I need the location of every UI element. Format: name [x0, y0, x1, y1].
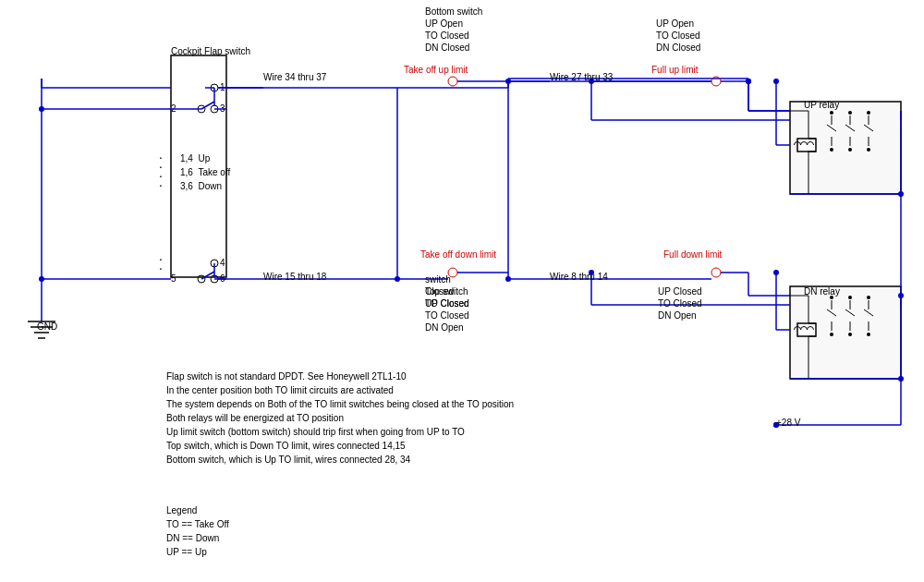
gnd-label: GND	[37, 321, 57, 332]
dn-closed-bottom-label: DN Closed	[425, 42, 469, 53]
take-off-up-limit-label: Take off up limit	[404, 65, 468, 75]
up-closed-label: UP Closed	[425, 298, 469, 309]
up-relay-label: UP relay	[804, 100, 839, 110]
note7: Bottom switch, which is Up TO limit, wir…	[166, 453, 514, 467]
notes-block: Flap switch is not standard DPDT. See Ho…	[166, 370, 514, 467]
to-closed-right-label: TO Closed	[656, 30, 700, 41]
note1: Flap switch is not standard DPDT. See Ho…	[166, 370, 514, 383]
wire-8-14-label: Wire 8 thru 14	[550, 272, 608, 282]
to-closed-bottom-label: TO Closed	[425, 30, 469, 41]
dn-closed-right-label: DN Closed	[656, 42, 700, 53]
note3: The system depends on Both of the TO lim…	[166, 397, 514, 411]
switch-label: switch	[425, 274, 451, 285]
full-down-limit-label: Full down limit	[663, 249, 722, 260]
wire-15-18-label: Wire 15 thru 18	[263, 272, 326, 282]
to-closed-top-label: TO Closed	[425, 310, 469, 321]
legend-title: Legend	[166, 503, 229, 517]
note5: Up limit switch (bottom switch) should t…	[166, 425, 514, 439]
legend-up: UP == Up	[166, 545, 229, 559]
dn-open-r-label: DN Open	[658, 310, 697, 321]
take-off-down-limit-label: Take off down limit	[420, 249, 496, 260]
dn-open-label: DN Open	[425, 322, 464, 333]
dn-relay-label: DN relay	[804, 286, 840, 297]
full-up-limit-label: Full up limit	[651, 65, 699, 75]
up-open-label: UP Open	[425, 18, 463, 29]
legend-block: Legend TO == Take Off DN == Down UP == U…	[166, 503, 229, 559]
legend-dn: DN == Down	[166, 531, 229, 545]
to-closed-r-label: TO Closed	[658, 298, 702, 309]
note2: In the center position both TO limit cir…	[166, 383, 514, 397]
top-switch-title: Top switch	[425, 286, 468, 297]
bottom-switch-label: Bottom switch	[425, 6, 482, 17]
up-open-right-label: UP Open	[656, 18, 694, 29]
legend-to: TO == Take Off	[166, 517, 229, 531]
wire-34-37-label: Wire 34 thru 37	[263, 72, 326, 82]
plus28v-label: +28 V	[776, 418, 800, 428]
note4: Both relays will be energized at TO posi…	[166, 411, 514, 425]
note6: Top switch, which is Down TO limit, wire…	[166, 439, 514, 453]
cockpit-flap-label: Cockpit Flap switch	[171, 46, 250, 56]
wire-27-33-label: Wire 27 thru 33	[550, 72, 613, 82]
up-closed-r-label: UP Closed	[658, 286, 702, 297]
